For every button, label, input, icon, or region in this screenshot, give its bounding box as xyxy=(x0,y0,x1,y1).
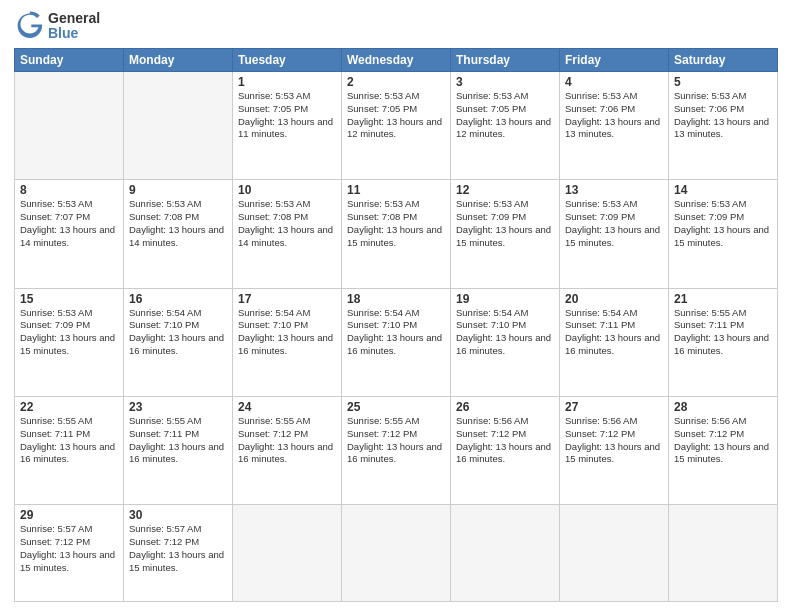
calendar-week-row: 15 Sunrise: 5:53 AMSunset: 7:09 PMDaylig… xyxy=(15,288,778,396)
calendar-cell: 22 Sunrise: 5:55 AMSunset: 7:11 PMDaylig… xyxy=(15,396,124,504)
calendar-cell: 1 Sunrise: 5:53 AMSunset: 7:05 PMDayligh… xyxy=(233,72,342,180)
day-info: Sunrise: 5:53 AMSunset: 7:05 PMDaylight:… xyxy=(347,90,445,141)
day-info: Sunrise: 5:53 AMSunset: 7:09 PMDaylight:… xyxy=(674,198,772,249)
calendar-day-header: Tuesday xyxy=(233,49,342,72)
calendar-cell: 9 Sunrise: 5:53 AMSunset: 7:08 PMDayligh… xyxy=(124,180,233,288)
calendar-cell: 21 Sunrise: 5:55 AMSunset: 7:11 PMDaylig… xyxy=(669,288,778,396)
day-info: Sunrise: 5:53 AMSunset: 7:08 PMDaylight:… xyxy=(347,198,445,249)
day-info: Sunrise: 5:53 AMSunset: 7:09 PMDaylight:… xyxy=(20,307,118,358)
calendar-week-row: 29 Sunrise: 5:57 AMSunset: 7:12 PMDaylig… xyxy=(15,505,778,602)
calendar-cell: 25 Sunrise: 5:55 AMSunset: 7:12 PMDaylig… xyxy=(342,396,451,504)
calendar-cell xyxy=(560,505,669,602)
calendar-header-row: SundayMondayTuesdayWednesdayThursdayFrid… xyxy=(15,49,778,72)
day-info: Sunrise: 5:56 AMSunset: 7:12 PMDaylight:… xyxy=(565,415,663,466)
calendar-cell xyxy=(15,72,124,180)
day-info: Sunrise: 5:56 AMSunset: 7:12 PMDaylight:… xyxy=(456,415,554,466)
day-info: Sunrise: 5:53 AMSunset: 7:07 PMDaylight:… xyxy=(20,198,118,249)
day-number: 4 xyxy=(565,75,663,89)
general-blue-logo-icon xyxy=(14,10,46,42)
day-info: Sunrise: 5:53 AMSunset: 7:09 PMDaylight:… xyxy=(456,198,554,249)
day-info: Sunrise: 5:55 AMSunset: 7:12 PMDaylight:… xyxy=(347,415,445,466)
day-info: Sunrise: 5:54 AMSunset: 7:10 PMDaylight:… xyxy=(238,307,336,358)
day-number: 9 xyxy=(129,183,227,197)
calendar-cell: 24 Sunrise: 5:55 AMSunset: 7:12 PMDaylig… xyxy=(233,396,342,504)
day-info: Sunrise: 5:57 AMSunset: 7:12 PMDaylight:… xyxy=(129,523,227,574)
calendar-cell: 20 Sunrise: 5:54 AMSunset: 7:11 PMDaylig… xyxy=(560,288,669,396)
calendar-cell: 28 Sunrise: 5:56 AMSunset: 7:12 PMDaylig… xyxy=(669,396,778,504)
day-info: Sunrise: 5:55 AMSunset: 7:11 PMDaylight:… xyxy=(674,307,772,358)
day-number: 26 xyxy=(456,400,554,414)
calendar-cell: 10 Sunrise: 5:53 AMSunset: 7:08 PMDaylig… xyxy=(233,180,342,288)
day-info: Sunrise: 5:54 AMSunset: 7:10 PMDaylight:… xyxy=(456,307,554,358)
calendar-cell: 2 Sunrise: 5:53 AMSunset: 7:05 PMDayligh… xyxy=(342,72,451,180)
logo-blue: Blue xyxy=(48,26,100,41)
calendar-week-row: 8 Sunrise: 5:53 AMSunset: 7:07 PMDayligh… xyxy=(15,180,778,288)
day-number: 22 xyxy=(20,400,118,414)
calendar-cell: 27 Sunrise: 5:56 AMSunset: 7:12 PMDaylig… xyxy=(560,396,669,504)
calendar-cell: 11 Sunrise: 5:53 AMSunset: 7:08 PMDaylig… xyxy=(342,180,451,288)
calendar-cell: 4 Sunrise: 5:53 AMSunset: 7:06 PMDayligh… xyxy=(560,72,669,180)
day-info: Sunrise: 5:55 AMSunset: 7:11 PMDaylight:… xyxy=(20,415,118,466)
logo-container: General Blue xyxy=(14,10,100,42)
calendar-cell: 23 Sunrise: 5:55 AMSunset: 7:11 PMDaylig… xyxy=(124,396,233,504)
day-number: 16 xyxy=(129,292,227,306)
header: General Blue xyxy=(14,10,778,42)
day-info: Sunrise: 5:53 AMSunset: 7:06 PMDaylight:… xyxy=(674,90,772,141)
day-info: Sunrise: 5:54 AMSunset: 7:10 PMDaylight:… xyxy=(129,307,227,358)
calendar-cell xyxy=(451,505,560,602)
calendar-day-header: Wednesday xyxy=(342,49,451,72)
calendar-cell: 5 Sunrise: 5:53 AMSunset: 7:06 PMDayligh… xyxy=(669,72,778,180)
day-number: 8 xyxy=(20,183,118,197)
calendar-cell xyxy=(124,72,233,180)
day-number: 19 xyxy=(456,292,554,306)
day-info: Sunrise: 5:54 AMSunset: 7:10 PMDaylight:… xyxy=(347,307,445,358)
calendar-day-header: Monday xyxy=(124,49,233,72)
calendar-cell: 19 Sunrise: 5:54 AMSunset: 7:10 PMDaylig… xyxy=(451,288,560,396)
calendar-cell xyxy=(342,505,451,602)
calendar-day-header: Thursday xyxy=(451,49,560,72)
calendar-cell: 8 Sunrise: 5:53 AMSunset: 7:07 PMDayligh… xyxy=(15,180,124,288)
day-info: Sunrise: 5:55 AMSunset: 7:12 PMDaylight:… xyxy=(238,415,336,466)
calendar-cell: 16 Sunrise: 5:54 AMSunset: 7:10 PMDaylig… xyxy=(124,288,233,396)
day-number: 25 xyxy=(347,400,445,414)
day-number: 17 xyxy=(238,292,336,306)
day-info: Sunrise: 5:54 AMSunset: 7:11 PMDaylight:… xyxy=(565,307,663,358)
calendar-day-header: Friday xyxy=(560,49,669,72)
calendar-day-header: Saturday xyxy=(669,49,778,72)
day-number: 30 xyxy=(129,508,227,522)
calendar-cell xyxy=(233,505,342,602)
day-info: Sunrise: 5:56 AMSunset: 7:12 PMDaylight:… xyxy=(674,415,772,466)
day-info: Sunrise: 5:53 AMSunset: 7:09 PMDaylight:… xyxy=(565,198,663,249)
calendar-table: SundayMondayTuesdayWednesdayThursdayFrid… xyxy=(14,48,778,602)
calendar-cell: 15 Sunrise: 5:53 AMSunset: 7:09 PMDaylig… xyxy=(15,288,124,396)
day-number: 5 xyxy=(674,75,772,89)
page: General Blue SundayMondayTuesdayWednesda… xyxy=(0,0,792,612)
day-number: 20 xyxy=(565,292,663,306)
calendar-cell: 29 Sunrise: 5:57 AMSunset: 7:12 PMDaylig… xyxy=(15,505,124,602)
day-number: 13 xyxy=(565,183,663,197)
calendar-cell: 17 Sunrise: 5:54 AMSunset: 7:10 PMDaylig… xyxy=(233,288,342,396)
day-number: 27 xyxy=(565,400,663,414)
day-info: Sunrise: 5:53 AMSunset: 7:08 PMDaylight:… xyxy=(238,198,336,249)
day-number: 3 xyxy=(456,75,554,89)
calendar-day-header: Sunday xyxy=(15,49,124,72)
calendar-cell: 26 Sunrise: 5:56 AMSunset: 7:12 PMDaylig… xyxy=(451,396,560,504)
calendar-cell: 14 Sunrise: 5:53 AMSunset: 7:09 PMDaylig… xyxy=(669,180,778,288)
day-number: 24 xyxy=(238,400,336,414)
day-number: 15 xyxy=(20,292,118,306)
day-number: 29 xyxy=(20,508,118,522)
calendar-cell xyxy=(669,505,778,602)
logo-general: General xyxy=(48,11,100,26)
day-info: Sunrise: 5:57 AMSunset: 7:12 PMDaylight:… xyxy=(20,523,118,574)
day-number: 21 xyxy=(674,292,772,306)
day-number: 28 xyxy=(674,400,772,414)
logo: General Blue xyxy=(14,10,100,42)
calendar-cell: 12 Sunrise: 5:53 AMSunset: 7:09 PMDaylig… xyxy=(451,180,560,288)
calendar-cell: 18 Sunrise: 5:54 AMSunset: 7:10 PMDaylig… xyxy=(342,288,451,396)
day-info: Sunrise: 5:53 AMSunset: 7:05 PMDaylight:… xyxy=(238,90,336,141)
day-number: 12 xyxy=(456,183,554,197)
day-number: 14 xyxy=(674,183,772,197)
calendar-cell: 13 Sunrise: 5:53 AMSunset: 7:09 PMDaylig… xyxy=(560,180,669,288)
calendar-cell: 30 Sunrise: 5:57 AMSunset: 7:12 PMDaylig… xyxy=(124,505,233,602)
day-number: 1 xyxy=(238,75,336,89)
